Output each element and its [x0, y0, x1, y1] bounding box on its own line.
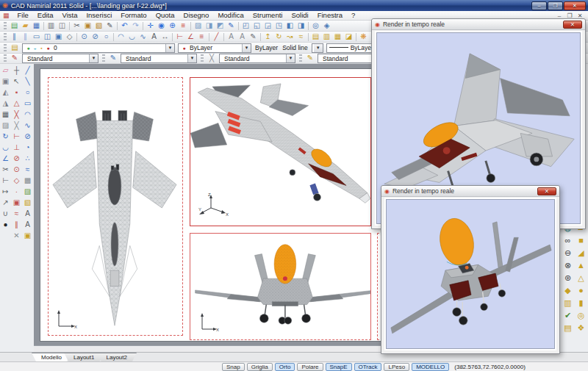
close-icon[interactable]: ✕ [563, 21, 582, 29]
linetype-combo-arrow[interactable]: ▼ [314, 44, 323, 52]
snap-midpoint-icon[interactable]: △ [12, 98, 22, 109]
menu-strumenti[interactable]: Strumenti [248, 11, 287, 20]
parallel-lines-icon[interactable]: ∥ [20, 32, 31, 42]
menu-modifica[interactable]: Modifica [213, 11, 248, 20]
section-icon[interactable]: ▥ [562, 297, 574, 309]
snap-extension-icon[interactable]: ⊢ [12, 132, 22, 143]
loft-icon[interactable]: ≈ [295, 32, 306, 42]
dim-baseline-icon[interactable]: ≡ [196, 32, 207, 42]
snap-endpoint-icon[interactable]: ▪ [12, 87, 22, 98]
shade-mode-icon[interactable]: ◨ [204, 21, 215, 31]
text-style-arrow[interactable]: ▼ [89, 54, 98, 62]
orto-toggle[interactable]: Orto [275, 363, 295, 371]
mirror-icon[interactable]: ◭ [1, 87, 11, 98]
region-icon[interactable]: ▩ [23, 176, 33, 187]
snap-apparent-icon[interactable]: ╳ [12, 120, 22, 132]
named-view-icon[interactable]: ▣ [53, 32, 64, 42]
text-tool-icon[interactable]: A [148, 32, 159, 42]
snape-toggle[interactable]: SnapE [326, 363, 352, 371]
fillet-icon[interactable]: ◡ [1, 143, 11, 154]
wedge-solid-icon[interactable]: ◢ [575, 247, 587, 259]
rectangle-draw-icon[interactable]: ▭ [23, 98, 33, 109]
dim-linear-icon[interactable]: ⊢ [174, 32, 185, 42]
snap-track-icon[interactable]: ┼ [12, 65, 22, 76]
pan-icon[interactable]: ✛ [145, 21, 156, 31]
array-icon[interactable]: ▦ [1, 109, 11, 120]
menu-disegno[interactable]: Disegno [179, 11, 214, 20]
torus-solid-icon[interactable]: ◎ [575, 309, 587, 322]
scale-icon[interactable]: ↗ [1, 198, 11, 209]
view-iso-ne-icon[interactable]: ◨ [295, 21, 306, 31]
measure-tool-icon[interactable]: ◇ [64, 32, 75, 42]
circle-center-icon[interactable]: ⊙ [79, 32, 90, 42]
rotate-icon[interactable]: ↻ [1, 132, 11, 143]
menu-edita[interactable]: Edita [33, 11, 58, 20]
viewports-icon[interactable]: ◫ [42, 32, 53, 42]
union-boolean-icon[interactable]: ∞ [562, 234, 574, 247]
layers-panel-icon[interactable]: ▤ [9, 43, 21, 53]
menu-finestra[interactable]: Finestra [313, 11, 347, 20]
subtract-boolean-icon[interactable]: ⊖ [562, 247, 574, 259]
menu-inserisci[interactable]: Inserisci [82, 11, 116, 20]
offset-icon[interactable]: ◮ [1, 98, 11, 109]
snap-nearest-icon[interactable]: ≈ [12, 209, 22, 220]
undo-icon[interactable]: ↶ [119, 21, 130, 31]
arc-tool-icon[interactable]: ◠ [115, 32, 126, 42]
dim-style-arrow[interactable]: ▼ [187, 54, 196, 62]
style-pen-icon[interactable]: ✎ [248, 32, 259, 42]
view-side-icon[interactable]: ◲ [262, 21, 273, 31]
snap-quadrant-icon[interactable]: ◇ [12, 176, 22, 187]
viewport-front[interactable]: X [190, 233, 371, 340]
view-top-icon[interactable]: ◰ [240, 21, 251, 31]
color-combo[interactable]: ● ByLayer ▼ [178, 43, 251, 53]
chamfer-icon[interactable]: ∠ [1, 154, 11, 165]
circle-draw-icon[interactable]: ○ [23, 87, 33, 98]
render-window-1-titlebar[interactable]: ◉ Render in tempo reale ✕ [372, 19, 585, 30]
erase-icon[interactable]: ▱ [1, 65, 11, 76]
polyline-tool-icon[interactable]: ∿ [137, 32, 148, 42]
zoom-realtime-icon[interactable]: ◎ [310, 21, 321, 31]
intersect-solids-icon[interactable]: ▦ [332, 32, 343, 42]
zoom-window-icon[interactable]: ◉ [156, 21, 167, 31]
point-multiple-icon[interactable]: ∴ [23, 154, 33, 165]
mleader-style-icon[interactable]: ✎ [304, 54, 316, 63]
revolve-icon[interactable]: ↻ [273, 32, 284, 42]
otrack-toggle[interactable]: OTrack [354, 363, 382, 371]
cylinder-solid-icon[interactable]: ▮ [575, 297, 587, 309]
cut-icon[interactable]: ✂ [71, 21, 82, 31]
find-text-icon[interactable]: A [226, 32, 237, 42]
polare-toggle[interactable]: Polare [297, 363, 323, 371]
dim-style-combo[interactable]: Standard ▼ [121, 54, 197, 63]
snap-center-icon[interactable]: ⊙ [12, 165, 22, 176]
copy-icon[interactable]: ▣ [82, 21, 93, 31]
ellipse-draw-icon[interactable]: ⊘ [23, 132, 33, 143]
color-combo-arrow[interactable]: ▼ [242, 44, 251, 52]
trim-icon[interactable]: ✂ [1, 165, 11, 176]
maximize-button[interactable]: ❐ [548, 1, 563, 10]
render-window-2[interactable]: ◉ Render in tempo reale ✕ [381, 185, 560, 354]
cone-solid-icon[interactable]: △ [575, 272, 587, 284]
spell-check-icon[interactable]: A [237, 32, 248, 42]
hatch-edit-icon[interactable]: ▨ [1, 120, 11, 132]
circle-tool-icon[interactable]: ○ [101, 32, 112, 42]
dimension-tool-icon[interactable]: ↔ [159, 32, 171, 42]
match-properties-icon[interactable]: ✎ [104, 21, 115, 31]
view-iso-se-icon[interactable]: ◳ [273, 21, 284, 31]
layer-combo-arrow[interactable]: ▼ [165, 44, 174, 52]
snap-insert-icon[interactable]: ▣ [12, 198, 22, 209]
new-drawing-icon[interactable]: ▤ [9, 21, 20, 31]
fillet-curve-icon[interactable]: ◡ [126, 32, 137, 42]
arc-draw-icon[interactable]: ◠ [23, 109, 33, 120]
view-iso-sw-icon[interactable]: ◧ [284, 21, 295, 31]
block-insert-icon[interactable]: ▣ [23, 231, 33, 242]
paste-icon[interactable]: ▧ [93, 21, 104, 31]
viewport-top-wireframe[interactable]: X [48, 77, 183, 336]
pen-icon[interactable]: ✎ [226, 21, 237, 31]
explode-icon[interactable]: ● [1, 220, 11, 231]
pyramid-solid-icon[interactable]: ▲ [575, 259, 587, 272]
view-front-icon[interactable]: ◱ [251, 21, 262, 31]
menu-file[interactable]: File [13, 11, 33, 20]
gradient-tool-icon[interactable]: ▧ [23, 198, 33, 209]
ellipse-tool-icon[interactable]: ⊘ [90, 32, 101, 42]
solid-check-icon[interactable]: ✔ [562, 309, 574, 322]
